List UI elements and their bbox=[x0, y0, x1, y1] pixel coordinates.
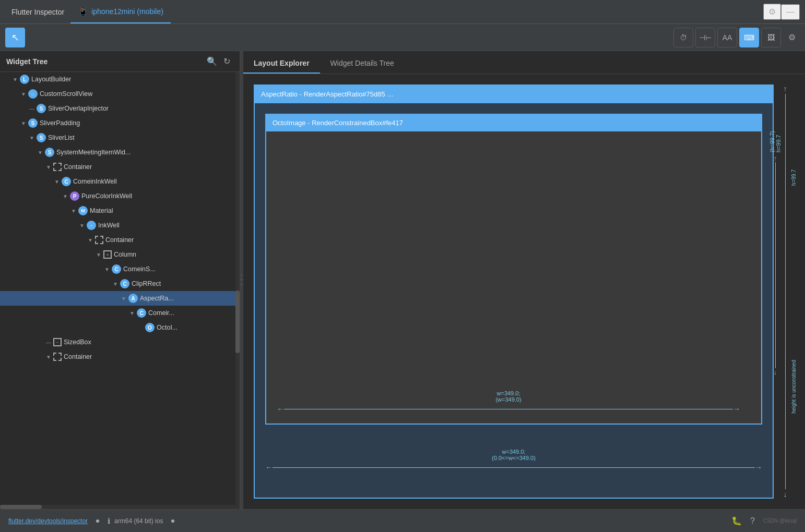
tree-item-sizedbox[interactable]: — ↔ SizedBox bbox=[0, 335, 240, 349]
tree-badge: S bbox=[28, 118, 38, 128]
tree-item[interactable]: ▼ P PureColorInkWell bbox=[0, 189, 240, 203]
select-mode-button[interactable]: ↖ bbox=[5, 28, 25, 47]
inner-width-text: w=349.0;(w=349.0) bbox=[495, 390, 521, 403]
container-badge bbox=[95, 236, 103, 244]
outer-height-annotation: ↑ ↓ h=99.7 height is unconstrained bbox=[776, 84, 795, 499]
left-panel: Widget Tree 🔍 ↻ ▼ L LayoutBuilder ▼ ↑↓ C… bbox=[0, 51, 240, 509]
status-separator-dot bbox=[96, 519, 99, 523]
tree-badge: ~ bbox=[87, 221, 96, 230]
cursor-icon: ↖ bbox=[11, 32, 19, 43]
text-size-icon-button[interactable]: AA bbox=[717, 28, 737, 47]
status-bar: flutter.dev/devtools/inspector ℹ arm64 (… bbox=[0, 509, 805, 532]
tree-item[interactable]: ▼ Container bbox=[0, 349, 240, 364]
outer-height-unconstrained: height is unconstrained bbox=[791, 360, 797, 414]
tree-badge: S bbox=[37, 104, 46, 113]
devtools-link[interactable]: flutter.dev/devtools/inspector bbox=[8, 517, 88, 525]
tree-item-aspectratio[interactable]: ▼ A AspectRa... bbox=[0, 291, 240, 306]
device-tab-label: iphone12mini (mobile) bbox=[91, 7, 163, 16]
tree-badge: S bbox=[45, 148, 54, 157]
column-badge: ≡ bbox=[103, 250, 112, 259]
tree-badge: C bbox=[112, 264, 121, 274]
tree-item[interactable]: ▼ C ClipRRect bbox=[0, 276, 240, 291]
aspect-ratio-label: AspectRatio - RenderAspectRatio#75d85 … bbox=[255, 86, 773, 103]
tree-badge: L bbox=[20, 75, 29, 84]
outer-width-arrow: ← → bbox=[265, 463, 762, 471]
tree-badge: C bbox=[62, 177, 71, 186]
tree-item[interactable]: ▼ C ComeinS... bbox=[0, 262, 240, 276]
right-panel: Layout Explorer Widget Details Tree Aspe… bbox=[243, 51, 805, 509]
tree-item[interactable]: ▼ ≡ Column bbox=[0, 247, 240, 262]
refresh-button[interactable]: ↻ bbox=[220, 55, 233, 67]
layout-icon-button[interactable]: ⊣⊢ bbox=[695, 28, 715, 47]
flutter-inspector-title: Flutter Inspector bbox=[11, 8, 64, 16]
octo-image-box[interactable]: OctoImage - RenderConstrainedBox#fe417 w… bbox=[265, 114, 762, 425]
widget-tree-title: Widget Tree bbox=[6, 57, 204, 66]
text-size-icon: AA bbox=[723, 33, 732, 42]
tab-layout-explorer[interactable]: Layout Explorer bbox=[243, 54, 320, 74]
tree-scrollbar[interactable] bbox=[235, 72, 240, 509]
tree-badge: P bbox=[70, 191, 79, 201]
tree-item[interactable]: ▼ ↑↓ CustomScrollView bbox=[0, 87, 240, 101]
keyboard-icon-button[interactable]: ⌨ bbox=[739, 28, 759, 47]
timer-icon-button[interactable]: ⏱ bbox=[673, 28, 693, 47]
tree-item[interactable]: ▼ Container bbox=[0, 233, 240, 247]
tree-badge: C bbox=[120, 279, 129, 288]
device-tab[interactable]: 📱 iphone12mini (mobile) bbox=[70, 0, 171, 23]
layout-content: AspectRatio - RenderAspectRatio#75d85 … … bbox=[243, 74, 805, 509]
inner-width-annotation: w=349.0;(w=349.0) ← → bbox=[277, 390, 740, 413]
tree-item[interactable]: ▼ S SystemMeetingItemWid... bbox=[0, 145, 240, 160]
outer-width-annotation: w=349.0;(0.0<=w<=349.0) ← → bbox=[265, 449, 762, 471]
container-badge bbox=[53, 163, 62, 171]
sizedbox-badge: ↔ bbox=[53, 338, 62, 346]
outer-height-constrained: h=99.7 bbox=[791, 170, 797, 186]
info-icon: ℹ bbox=[108, 517, 110, 525]
image-icon-button[interactable]: 🖼 bbox=[761, 28, 781, 47]
tree-item[interactable]: ▼ L LayoutBuilder bbox=[0, 72, 240, 87]
container-badge bbox=[53, 353, 62, 361]
tree-item[interactable]: ▼ C Comeir... bbox=[0, 306, 240, 320]
tree-badge: A bbox=[128, 294, 138, 303]
help-button[interactable]: ? bbox=[746, 514, 759, 528]
title-bar: Flutter Inspector 📱 iphone12mini (mobile… bbox=[0, 0, 805, 24]
search-button[interactable]: 🔍 bbox=[204, 55, 220, 67]
inner-width-arrow: ← → bbox=[277, 405, 740, 413]
title-minimize-button[interactable]: — bbox=[781, 4, 800, 20]
platform-label: arm64 (64 bit) ios bbox=[114, 517, 163, 525]
tree-badge: S bbox=[37, 133, 46, 142]
tree-item[interactable]: ▼ S SliverPadding bbox=[0, 116, 240, 130]
flutter-inspector-tab[interactable]: Flutter Inspector bbox=[5, 0, 70, 23]
layout-icon: ⊣⊢ bbox=[699, 33, 712, 42]
title-settings-button[interactable]: ⚙ bbox=[763, 4, 781, 20]
outer-width-text: w=349.0;(0.0<=w<=349.0) bbox=[492, 449, 536, 461]
aspect-ratio-box[interactable]: AspectRatio - RenderAspectRatio#75d85 … … bbox=[254, 84, 774, 499]
tree-scrollbar-thumb[interactable] bbox=[235, 291, 240, 353]
status-info: ℹ arm64 (64 bit) ios bbox=[108, 517, 163, 525]
toolbar: ↖ ⏱ ⊣⊢ AA ⌨ 🖼 ⚙ bbox=[0, 24, 805, 51]
tree-item[interactable]: ▼ S SliverList bbox=[0, 130, 240, 145]
tree-item-octo[interactable]: O OctoI... bbox=[0, 320, 240, 335]
watermark: CSDN @kksql bbox=[763, 518, 797, 524]
status-separator-dot2 bbox=[171, 519, 174, 523]
image-icon: 🖼 bbox=[767, 33, 775, 42]
octo-image-label: OctoImage - RenderConstrainedBox#fe417 bbox=[266, 115, 761, 131]
toolbar-settings-button[interactable]: ⚙ bbox=[784, 30, 800, 44]
main-content: Widget Tree 🔍 ↻ ▼ L LayoutBuilder ▼ ↑↓ C… bbox=[0, 51, 805, 509]
tree-item[interactable]: ▼ M Material bbox=[0, 203, 240, 218]
tree-horizontal-scrollbar[interactable] bbox=[0, 505, 235, 509]
tree-badge: ↑↓ bbox=[28, 89, 38, 99]
phone-icon: 📱 bbox=[78, 6, 88, 16]
keyboard-icon: ⌨ bbox=[744, 33, 754, 42]
tree-item[interactable]: ▼ C ComeinInkWell bbox=[0, 174, 240, 189]
widget-tree-content[interactable]: ▼ L LayoutBuilder ▼ ↑↓ CustomScrollView … bbox=[0, 72, 240, 509]
tree-badge: C bbox=[137, 308, 146, 318]
tab-widget-details[interactable]: Widget Details Tree bbox=[320, 54, 405, 74]
tree-item[interactable]: ▼ ~ InkWell bbox=[0, 218, 240, 233]
tree-item[interactable]: ▼ Container bbox=[0, 160, 240, 174]
bug-report-button[interactable]: 🐛 bbox=[727, 514, 746, 528]
tabs-bar: Layout Explorer Widget Details Tree bbox=[243, 51, 805, 74]
widget-tree-header: Widget Tree 🔍 ↻ bbox=[0, 51, 240, 72]
tree-badge: M bbox=[78, 206, 88, 215]
tree-hscrollbar-thumb[interactable] bbox=[0, 505, 42, 509]
tree-item[interactable]: — S SliverOverlapInjector bbox=[0, 101, 240, 116]
tree-badge: O bbox=[145, 323, 155, 332]
